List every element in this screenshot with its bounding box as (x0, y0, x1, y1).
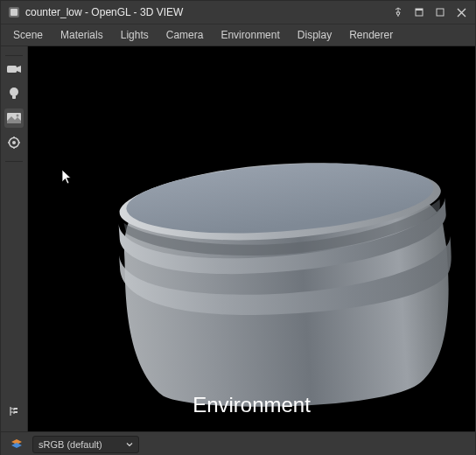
viewport-3d[interactable]: Environment (28, 46, 475, 431)
close-button[interactable] (452, 4, 470, 21)
titlebar: counter_low - OpenGL - 3D VIEW (1, 1, 475, 24)
menu-scene[interactable]: Scene (4, 26, 52, 44)
minimize-button[interactable] (410, 4, 428, 21)
sidebar-separator (5, 55, 23, 56)
settings-icon[interactable] (4, 133, 24, 152)
body: Environment (1, 46, 475, 431)
svg-rect-1 (10, 9, 18, 16)
lightbulb-icon[interactable] (4, 84, 24, 103)
viewport-overlay-label: Environment (192, 393, 311, 417)
menu-materials[interactable]: Materials (52, 26, 112, 44)
menu-camera[interactable]: Camera (158, 26, 213, 44)
statusbar: sRGB (default) (1, 431, 475, 455)
svg-point-9 (17, 115, 19, 117)
sidebar (1, 46, 28, 431)
camera-icon[interactable] (4, 60, 24, 79)
svg-rect-7 (12, 95, 16, 99)
tree-icon[interactable] (4, 402, 24, 421)
colorspace-selected: sRGB (default) (38, 439, 121, 450)
pin-button[interactable] (389, 4, 407, 21)
window: counter_low - OpenGL - 3D VIEW Scene Mat… (0, 0, 476, 455)
svg-rect-16 (14, 408, 18, 410)
maximize-button[interactable] (431, 4, 449, 21)
svg-rect-3 (416, 9, 423, 10)
svg-point-11 (12, 141, 16, 144)
environment-icon[interactable] (4, 108, 24, 128)
menu-renderer[interactable]: Renderer (340, 26, 402, 44)
svg-rect-4 (437, 9, 444, 16)
sidebar-separator (5, 161, 23, 162)
svg-rect-5 (7, 66, 17, 73)
menubar: Scene Materials Lights Camera Environmen… (1, 24, 475, 46)
chevron-down-icon (126, 441, 133, 448)
window-title: counter_low - OpenGL - 3D VIEW (25, 6, 386, 18)
colorspace-dropdown[interactable]: sRGB (default) (32, 436, 139, 453)
layers-icon[interactable] (10, 438, 24, 452)
mouse-cursor (61, 169, 74, 186)
menu-display[interactable]: Display (289, 26, 340, 44)
svg-rect-17 (14, 411, 18, 413)
viewport-object (88, 122, 466, 426)
menu-environment[interactable]: Environment (212, 26, 288, 44)
app-icon (8, 6, 20, 18)
svg-point-6 (10, 88, 18, 96)
menu-lights[interactable]: Lights (112, 26, 158, 44)
